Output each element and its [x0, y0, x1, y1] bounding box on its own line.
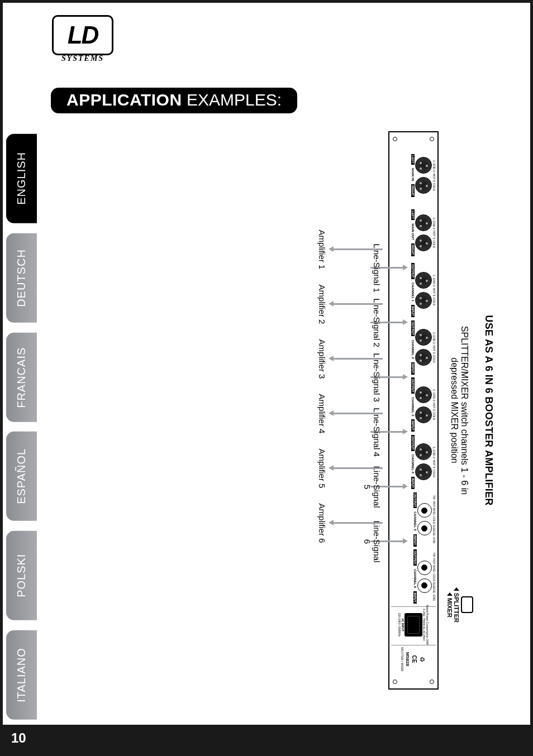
channel-5: TIP: HOT RING: COLD SLEEVE: GND OUTPUTCH… [391, 492, 436, 547]
trs-icon [417, 503, 432, 518]
lang-tab-polski[interactable]: POLSKI [6, 531, 37, 620]
label-output: OUTPUT [411, 320, 415, 337]
label-channel: CHANNEL 3 [411, 397, 415, 416]
label-input: INPUT [411, 362, 415, 375]
footer-strip: 10 [0, 725, 533, 756]
label-output: OUTPUT [411, 435, 415, 451]
xlr-icon [415, 272, 432, 289]
iec-socket-icon [404, 613, 422, 637]
arrow-down-icon [332, 358, 383, 360]
ch-pins: 1: GND 2: HOT 3: COLD [432, 275, 436, 305]
label-channel: CHANNEL 2 [411, 339, 415, 358]
desc-line-2: depressed MIXER position [450, 357, 459, 463]
xlr-icon [415, 214, 432, 231]
xlr-icon [415, 349, 432, 366]
logo-subtext: SYSTEMS [52, 54, 113, 63]
heading-normal: EXAMPLES: [182, 90, 282, 109]
page-number: 10 [11, 730, 26, 746]
xlr-icon [415, 463, 432, 480]
label-channel: CHANNEL 1 [411, 283, 415, 302]
xlr-icon [415, 235, 432, 251]
rotated-content: USE AS A 6 IN 6 BOOSTER AMPLIFIER SPLITT… [61, 131, 511, 690]
arrow-down-icon [332, 248, 383, 250]
page-heading: APPLICATION EXAMPLES: [51, 88, 297, 113]
ch-pins: 1: GND 2: HOT 3: COLD [432, 332, 436, 363]
model-number: MS828 [406, 652, 411, 666]
arrow-down-icon [332, 413, 383, 414]
label-right: RIGHT [411, 184, 415, 197]
lang-tab-francais[interactable]: FRANCAIS [6, 333, 37, 422]
brand-logo: LD SYSTEMS [52, 15, 113, 68]
label-channel: CHANNEL 5 [413, 511, 417, 530]
ch-pins: 1: GND 2: HOT 3: COLD [432, 447, 436, 477]
arrow-down-icon [332, 303, 383, 305]
label-channel: CHANNEL 6 [413, 569, 417, 588]
label-main-in: MAIN IN [411, 168, 415, 181]
switch-label-splitter: SPLITTER [453, 593, 460, 623]
label-channel: CHANNEL 4 [411, 454, 415, 473]
arrow-down-icon [332, 522, 383, 524]
xlr-icon [415, 329, 432, 346]
label-input: INPUT [413, 591, 417, 604]
arrow-down-icon [332, 467, 383, 469]
label-input: INPUT [411, 305, 415, 317]
label-output: OUTPUT [413, 492, 417, 509]
splitter-mixer-switch-icon: SPLITTER MIXER [446, 587, 473, 623]
switch-button-icon [461, 596, 473, 613]
main-out-group: 1: GND 2: HOT 3: COLD LEFTMAIN OUTRIGHT [391, 205, 436, 261]
trs-icon [417, 561, 432, 575]
ch-pins: TIP: HOT RING: COLD SLEEVE: GND [432, 553, 436, 601]
channel-1: 1: GND 2: HOT 3: COLD OUTPUTCHANNEL 1INP… [391, 262, 436, 318]
section-description: SPLITTER/MIXER switch channels 1 - 6 in … [449, 326, 469, 495]
power-inlet: Rated Power Consumption 10W FUSE: T500mA… [391, 606, 436, 643]
label-input: INPUT [411, 419, 415, 432]
voltage-label: 220-240V~50/60Hz [398, 613, 401, 637]
weee-icon: ♻ [419, 657, 426, 662]
channel-3: 1: GND 2: HOT 3: COLD OUTPUTCHANNEL 3INP… [391, 377, 436, 433]
fuse-rating: FUSE: T500mAL AC250V [422, 609, 426, 640]
trs-icon [417, 578, 432, 593]
xlr-icon [415, 177, 432, 194]
amplifier-label: Amplifier 6 [317, 490, 327, 557]
logo-text: LD [68, 21, 98, 49]
ch-pins: 1: GND 2: HOT 3: COLD [432, 389, 436, 420]
channel-4: 1: GND 2: HOT 3: COLD OUTPUTCHANNEL 4INP… [391, 434, 436, 490]
main-in-group: 1: GND 2: HOT 3: COLD LEFTMAIN INRIGHT [391, 148, 436, 203]
xlr-icon [415, 292, 432, 309]
label-output: OUTPUT [411, 377, 415, 394]
xlr-icon [415, 443, 432, 460]
desc-line-1: SPLITTER/MIXER switch channels 1 - 6 in [460, 326, 469, 495]
xlr-icon [415, 157, 432, 174]
main-out-pins: 1: GND 2: HOT 3: COLD [432, 217, 436, 248]
power-consumption: Rated Power Consumption 10W [426, 605, 429, 644]
lang-tab-deutsch[interactable]: DEUTSCH [6, 233, 37, 323]
label-right: RIGHT [411, 243, 415, 256]
xlr-icon [415, 406, 432, 423]
trs-icon [417, 521, 432, 535]
section-title: USE AS A 6 IN 6 BOOSTER AMPLIFIER [483, 315, 494, 505]
heading-bold: APPLICATION [66, 90, 182, 109]
rack-ear-right [389, 675, 437, 688]
ce-mark-icon: CE [412, 655, 418, 663]
label-input: INPUT [411, 477, 415, 489]
ch-pins: TIP: HOT RING: COLD SLEEVE: GND [432, 495, 436, 543]
label-left: LEFT [411, 209, 415, 220]
rack-ear-left [389, 132, 437, 146]
rack-rear-panel: 1: GND 2: HOT 3: COLD LEFTMAIN INRIGHT 1… [388, 131, 439, 690]
model-subtitle: SPLITTER / MIXER [401, 647, 404, 672]
lang-tab-english[interactable]: ENGLISH [6, 134, 37, 223]
label-output: OUTPUT [411, 263, 415, 279]
switch-label-mixer: MIXER [446, 598, 453, 618]
xlr-icon [415, 386, 432, 403]
language-tabs: ENGLISH DEUTSCH FRANCAIS ESPAÑOL POLSKI … [6, 134, 37, 720]
lang-tab-italiano[interactable]: ITALIANO [6, 630, 37, 720]
channel-6: TIP: HOT RING: COLD SLEEVE: GND OUTPUTCH… [391, 549, 436, 604]
lang-tab-espanol[interactable]: ESPAÑOL [6, 432, 37, 521]
page: LD SYSTEMS APPLICATION EXAMPLES: ENGLISH… [3, 3, 530, 753]
label-left: LEFT [411, 154, 415, 165]
main-in-pins: 1: GND 2: HOT 3: COLD [432, 160, 436, 191]
label-output: OUTPUT [413, 549, 417, 566]
model-section: ♻ CE MS828 SPLITTER / MIXER [391, 645, 436, 673]
label-main-out: MAIN OUT [411, 223, 415, 240]
label-input: INPUT [413, 534, 417, 547]
